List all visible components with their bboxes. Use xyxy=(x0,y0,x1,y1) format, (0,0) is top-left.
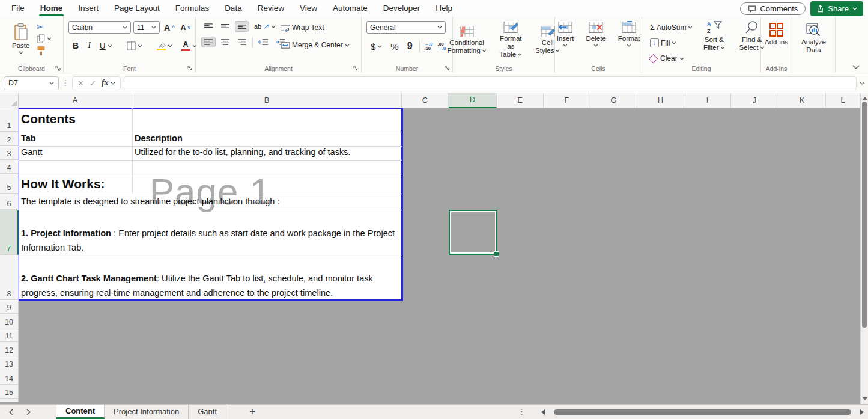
borders-button[interactable] xyxy=(125,40,144,52)
cut-button[interactable]: ✂ xyxy=(37,23,52,31)
fill-handle[interactable] xyxy=(494,251,499,257)
horizontal-scrollbar[interactable] xyxy=(539,409,864,415)
align-top-button[interactable] xyxy=(202,22,215,31)
expand-formula-bar-icon[interactable] xyxy=(860,82,864,85)
increase-font-button[interactable]: A^ xyxy=(162,22,177,34)
column-header-A[interactable]: A xyxy=(19,93,132,108)
column-header-H[interactable]: H xyxy=(637,93,684,108)
row-header-4[interactable]: 4 xyxy=(0,160,19,174)
row-header-12[interactable]: 12 xyxy=(0,342,19,356)
row-header-16[interactable]: 16 xyxy=(0,399,19,402)
align-center-button[interactable] xyxy=(219,37,232,47)
font-dialog-launcher[interactable] xyxy=(187,66,193,71)
align-middle-button[interactable] xyxy=(219,22,232,31)
sheet-tab-content[interactable]: Content xyxy=(56,405,105,419)
conditional-formatting-button[interactable]: ConditionalFormatting xyxy=(444,25,490,55)
insert-function-button[interactable]: fx xyxy=(102,78,116,88)
menu-page-layout[interactable]: Page Layout xyxy=(106,0,168,17)
merge-center-button[interactable]: Merge & Center xyxy=(279,40,351,50)
comments-button[interactable]: Comments xyxy=(740,2,806,15)
new-sheet-button[interactable]: + xyxy=(249,405,255,418)
menu-review[interactable]: Review xyxy=(250,0,292,17)
column-header-I[interactable]: I xyxy=(684,93,731,108)
menu-view[interactable]: View xyxy=(292,0,325,17)
cancel-icon[interactable]: ✕ xyxy=(77,79,84,88)
menu-developer[interactable]: Developer xyxy=(375,0,428,17)
font-size-combo[interactable]: 11 xyxy=(133,21,160,34)
worksheet-grid[interactable]: Page 1 Contents Tab Description Gantt Ut… xyxy=(0,93,860,404)
addins-button[interactable]: Add-ins xyxy=(761,21,792,46)
number-format-combo[interactable]: General xyxy=(366,21,446,34)
sheet-tab-project-information[interactable]: Project Information xyxy=(105,405,189,419)
comma-style-button[interactable]: 9 xyxy=(405,40,414,53)
clipboard-dialog-launcher[interactable] xyxy=(55,66,61,71)
font-name-combo[interactable]: Calibri xyxy=(68,21,131,34)
tab-options-dots[interactable]: ⋮ xyxy=(518,407,526,416)
scroll-up-arrow[interactable] xyxy=(861,94,868,102)
bold-button[interactable]: B xyxy=(71,40,80,52)
vertical-scroll-thumb[interactable] xyxy=(862,102,867,328)
menu-data[interactable]: Data xyxy=(217,0,250,17)
formula-input[interactable] xyxy=(124,76,857,90)
column-header-F[interactable]: F xyxy=(544,93,590,108)
column-header-E[interactable]: E xyxy=(497,93,544,108)
menu-formulas[interactable]: Formulas xyxy=(168,0,217,17)
menu-automate[interactable]: Automate xyxy=(325,0,375,17)
format-cells-button[interactable]: Format xyxy=(615,21,643,47)
italic-button[interactable]: I xyxy=(86,40,93,52)
next-sheet-arrow[interactable] xyxy=(26,409,31,415)
select-all-corner[interactable] xyxy=(0,93,19,108)
row-header-14[interactable]: 14 xyxy=(0,370,19,385)
number-dialog-launcher[interactable] xyxy=(445,66,450,71)
row-header-8[interactable]: 8 xyxy=(0,255,19,300)
collapse-ribbon-button[interactable] xyxy=(852,65,860,69)
format-painter-button[interactable] xyxy=(37,46,46,56)
delete-cells-button[interactable]: Delete xyxy=(583,21,610,47)
horizontal-scroll-thumb[interactable] xyxy=(554,409,851,415)
row-header-6[interactable]: 6 xyxy=(0,194,19,210)
scroll-right-arrow[interactable] xyxy=(860,409,864,415)
decrease-font-button[interactable]: Av xyxy=(179,22,192,33)
enter-icon[interactable]: ✓ xyxy=(90,79,96,88)
percent-button[interactable]: % xyxy=(389,40,400,53)
fill-color-button[interactable] xyxy=(155,40,174,52)
menu-home[interactable]: Home xyxy=(32,0,71,17)
menu-file[interactable]: File xyxy=(4,0,32,17)
scroll-left-arrow[interactable] xyxy=(541,409,545,415)
active-cell-selection[interactable] xyxy=(449,210,497,255)
menu-insert[interactable]: Insert xyxy=(70,0,106,17)
column-header-D[interactable]: D xyxy=(449,93,497,108)
sort-filter-button[interactable]: AZ Sort &Filter xyxy=(700,20,729,52)
row-header-2[interactable]: 2 xyxy=(0,132,19,146)
menu-help[interactable]: Help xyxy=(428,0,460,17)
decrease-indent-button[interactable] xyxy=(256,37,270,47)
row-header-13[interactable]: 13 xyxy=(0,356,19,370)
vertical-scrollbar[interactable] xyxy=(860,93,868,404)
column-header-J[interactable]: J xyxy=(731,93,778,108)
format-as-table-button[interactable]: Format asTable xyxy=(496,21,526,58)
insert-cells-button[interactable]: Insert xyxy=(553,21,578,47)
row-header-11[interactable]: 11 xyxy=(0,328,19,342)
name-box-resize-handle[interactable]: ⋮ xyxy=(62,79,69,87)
column-header-B[interactable]: B xyxy=(132,93,402,108)
align-bottom-button[interactable] xyxy=(235,22,249,31)
analyze-data-button[interactable]: AnalyzeData xyxy=(792,21,835,54)
scroll-down-arrow[interactable] xyxy=(861,395,868,403)
row-header-10[interactable]: 10 xyxy=(0,314,19,328)
autosum-button[interactable]: Σ AutoSum xyxy=(648,22,694,33)
orientation-button[interactable]: ab ↗ xyxy=(252,21,278,32)
align-left-button[interactable] xyxy=(202,37,215,47)
row-header-5[interactable]: 5 xyxy=(0,174,19,194)
align-right-button[interactable] xyxy=(235,37,249,47)
row-header-9[interactable]: 9 xyxy=(0,300,19,314)
column-header-K[interactable]: K xyxy=(778,93,826,108)
currency-button[interactable]: $ xyxy=(369,40,384,53)
copy-button[interactable] xyxy=(37,34,52,43)
previous-sheet-arrow[interactable] xyxy=(8,409,13,415)
column-header-G[interactable]: G xyxy=(590,93,637,108)
row-header-15[interactable]: 15 xyxy=(0,385,19,399)
share-button[interactable]: Share xyxy=(810,1,863,16)
clear-button[interactable]: Clear xyxy=(648,53,694,64)
row-header-7[interactable]: 7 xyxy=(0,210,19,255)
fill-button[interactable]: ↓ Fill xyxy=(648,37,694,49)
